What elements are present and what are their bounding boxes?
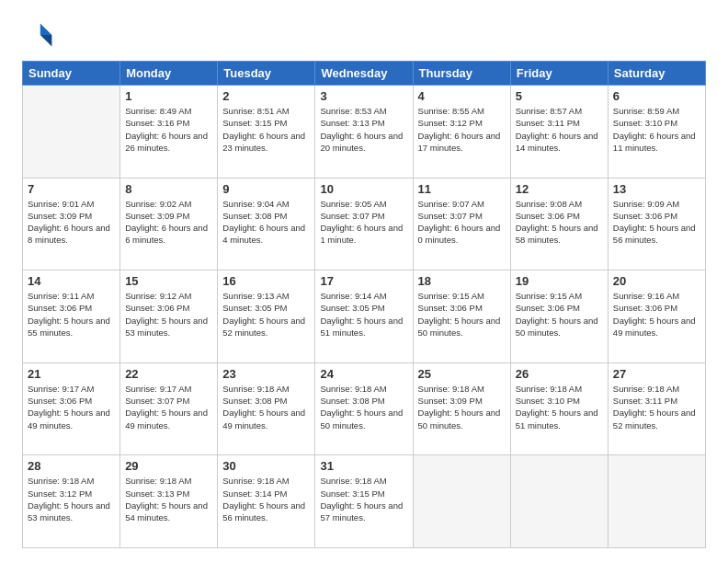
calendar-cell: 1 Sunrise: 8:49 AM Sunset: 3:16 PM Dayli… — [120, 86, 218, 178]
day-number: 15 — [125, 274, 212, 288]
calendar-cell: 16 Sunrise: 9:13 AM Sunset: 3:05 PM Dayl… — [218, 270, 315, 363]
calendar-cell: 19 Sunrise: 9:15 AM Sunset: 3:06 PM Dayl… — [510, 270, 608, 363]
day-number: 13 — [613, 182, 700, 196]
calendar-cell — [510, 455, 608, 548]
calendar-cell: 20 Sunrise: 9:16 AM Sunset: 3:06 PM Dayl… — [608, 270, 705, 363]
day-number: 25 — [418, 367, 506, 381]
day-info: Sunrise: 9:14 AM Sunset: 3:05 PM Dayligh… — [320, 290, 407, 339]
calendar-cell: 26 Sunrise: 9:18 AM Sunset: 3:10 PM Dayl… — [510, 362, 608, 455]
day-info: Sunrise: 9:08 AM Sunset: 3:06 PM Dayligh… — [516, 198, 603, 247]
day-info: Sunrise: 9:15 AM Sunset: 3:06 PM Dayligh… — [418, 290, 506, 339]
day-info: Sunrise: 8:59 AM Sunset: 3:10 PM Dayligh… — [613, 105, 700, 154]
day-header-sunday: Sunday — [23, 62, 120, 86]
day-number: 24 — [320, 367, 407, 381]
calendar-cell: 2 Sunrise: 8:51 AM Sunset: 3:15 PM Dayli… — [218, 86, 315, 178]
day-number: 8 — [125, 182, 212, 196]
day-number: 17 — [320, 274, 407, 288]
logo — [22, 18, 59, 52]
day-info: Sunrise: 9:18 AM Sunset: 3:08 PM Dayligh… — [222, 383, 310, 431]
day-header-saturday: Saturday — [608, 62, 705, 86]
week-row-5: 28 Sunrise: 9:18 AM Sunset: 3:12 PM Dayl… — [23, 455, 706, 548]
logo-icon — [22, 18, 55, 52]
calendar-cell: 17 Sunrise: 9:14 AM Sunset: 3:05 PM Dayl… — [315, 270, 413, 363]
calendar-header-row: SundayMondayTuesdayWednesdayThursdayFrid… — [23, 62, 706, 86]
day-header-friday: Friday — [510, 62, 608, 86]
day-info: Sunrise: 9:15 AM Sunset: 3:06 PM Dayligh… — [516, 290, 603, 339]
day-info: Sunrise: 9:18 AM Sunset: 3:12 PM Dayligh… — [28, 475, 115, 523]
day-header-monday: Monday — [120, 62, 218, 86]
calendar-cell: 29 Sunrise: 9:18 AM Sunset: 3:13 PM Dayl… — [120, 455, 218, 548]
day-info: Sunrise: 9:18 AM Sunset: 3:08 PM Dayligh… — [320, 383, 407, 431]
calendar-cell: 3 Sunrise: 8:53 AM Sunset: 3:13 PM Dayli… — [315, 86, 413, 178]
header — [22, 18, 706, 52]
day-info: Sunrise: 9:13 AM Sunset: 3:05 PM Dayligh… — [222, 290, 310, 339]
day-number: 2 — [222, 89, 310, 103]
day-info: Sunrise: 9:17 AM Sunset: 3:07 PM Dayligh… — [125, 383, 212, 431]
day-info: Sunrise: 9:01 AM Sunset: 3:09 PM Dayligh… — [28, 198, 115, 247]
calendar-cell: 28 Sunrise: 9:18 AM Sunset: 3:12 PM Dayl… — [23, 455, 120, 548]
day-header-wednesday: Wednesday — [315, 62, 413, 86]
calendar-cell: 9 Sunrise: 9:04 AM Sunset: 3:08 PM Dayli… — [218, 178, 315, 270]
calendar-cell — [608, 455, 705, 548]
day-number: 22 — [125, 367, 212, 381]
day-info: Sunrise: 9:07 AM Sunset: 3:07 PM Dayligh… — [418, 198, 506, 247]
day-info: Sunrise: 9:17 AM Sunset: 3:06 PM Dayligh… — [28, 383, 115, 431]
day-info: Sunrise: 9:18 AM Sunset: 3:09 PM Dayligh… — [418, 383, 506, 431]
day-info: Sunrise: 9:05 AM Sunset: 3:07 PM Dayligh… — [320, 198, 407, 247]
day-info: Sunrise: 9:18 AM Sunset: 3:13 PM Dayligh… — [125, 475, 212, 523]
calendar-cell: 4 Sunrise: 8:55 AM Sunset: 3:12 PM Dayli… — [413, 86, 510, 178]
calendar-cell: 27 Sunrise: 9:18 AM Sunset: 3:11 PM Dayl… — [608, 362, 705, 455]
calendar-cell: 18 Sunrise: 9:15 AM Sunset: 3:06 PM Dayl… — [413, 270, 510, 363]
calendar-cell: 24 Sunrise: 9:18 AM Sunset: 3:08 PM Dayl… — [315, 362, 413, 455]
calendar-cell: 25 Sunrise: 9:18 AM Sunset: 3:09 PM Dayl… — [413, 362, 510, 455]
svg-marker-0 — [40, 23, 52, 35]
day-number: 19 — [516, 274, 603, 288]
week-row-4: 21 Sunrise: 9:17 AM Sunset: 3:06 PM Dayl… — [23, 362, 706, 455]
day-info: Sunrise: 8:49 AM Sunset: 3:16 PM Dayligh… — [125, 105, 212, 154]
svg-marker-1 — [40, 35, 52, 47]
day-number: 3 — [320, 89, 407, 103]
calendar-table: SundayMondayTuesdayWednesdayThursdayFrid… — [22, 61, 706, 548]
calendar-cell: 13 Sunrise: 9:09 AM Sunset: 3:06 PM Dayl… — [608, 178, 705, 270]
day-info: Sunrise: 8:55 AM Sunset: 3:12 PM Dayligh… — [418, 105, 506, 154]
day-number: 29 — [125, 459, 212, 473]
calendar-cell: 31 Sunrise: 9:18 AM Sunset: 3:15 PM Dayl… — [315, 455, 413, 548]
day-number: 21 — [28, 367, 115, 381]
day-number: 10 — [320, 182, 407, 196]
page: SundayMondayTuesdayWednesdayThursdayFrid… — [0, 0, 728, 563]
day-number: 11 — [418, 182, 506, 196]
week-row-1: 1 Sunrise: 8:49 AM Sunset: 3:16 PM Dayli… — [23, 86, 706, 178]
day-number: 6 — [613, 89, 700, 103]
week-row-2: 7 Sunrise: 9:01 AM Sunset: 3:09 PM Dayli… — [23, 178, 706, 270]
day-info: Sunrise: 9:18 AM Sunset: 3:15 PM Dayligh… — [320, 475, 407, 523]
day-number: 27 — [613, 367, 700, 381]
day-number: 9 — [222, 182, 310, 196]
day-info: Sunrise: 9:02 AM Sunset: 3:09 PM Dayligh… — [125, 198, 212, 247]
day-info: Sunrise: 9:18 AM Sunset: 3:14 PM Dayligh… — [222, 475, 310, 523]
day-header-tuesday: Tuesday — [218, 62, 315, 86]
day-info: Sunrise: 9:18 AM Sunset: 3:11 PM Dayligh… — [613, 383, 700, 431]
calendar-cell: 21 Sunrise: 9:17 AM Sunset: 3:06 PM Dayl… — [23, 362, 120, 455]
day-number: 20 — [613, 274, 700, 288]
calendar-cell: 14 Sunrise: 9:11 AM Sunset: 3:06 PM Dayl… — [23, 270, 120, 363]
day-info: Sunrise: 9:18 AM Sunset: 3:10 PM Dayligh… — [516, 383, 603, 431]
day-number: 12 — [516, 182, 603, 196]
calendar-cell: 6 Sunrise: 8:59 AM Sunset: 3:10 PM Dayli… — [608, 86, 705, 178]
day-number: 30 — [222, 459, 310, 473]
calendar-cell: 8 Sunrise: 9:02 AM Sunset: 3:09 PM Dayli… — [120, 178, 218, 270]
day-number: 5 — [516, 89, 603, 103]
calendar-cell: 22 Sunrise: 9:17 AM Sunset: 3:07 PM Dayl… — [120, 362, 218, 455]
calendar-cell: 30 Sunrise: 9:18 AM Sunset: 3:14 PM Dayl… — [218, 455, 315, 548]
svg-rect-2 — [26, 23, 40, 46]
day-info: Sunrise: 9:09 AM Sunset: 3:06 PM Dayligh… — [613, 198, 700, 247]
calendar-cell: 11 Sunrise: 9:07 AM Sunset: 3:07 PM Dayl… — [413, 178, 510, 270]
day-number: 23 — [222, 367, 310, 381]
day-info: Sunrise: 8:51 AM Sunset: 3:15 PM Dayligh… — [222, 105, 310, 154]
day-info: Sunrise: 9:12 AM Sunset: 3:06 PM Dayligh… — [125, 290, 212, 339]
calendar-cell: 12 Sunrise: 9:08 AM Sunset: 3:06 PM Dayl… — [510, 178, 608, 270]
day-number: 16 — [222, 274, 310, 288]
calendar-cell: 15 Sunrise: 9:12 AM Sunset: 3:06 PM Dayl… — [120, 270, 218, 363]
day-info: Sunrise: 9:11 AM Sunset: 3:06 PM Dayligh… — [28, 290, 115, 339]
day-number: 4 — [418, 89, 506, 103]
calendar-cell — [23, 86, 120, 178]
